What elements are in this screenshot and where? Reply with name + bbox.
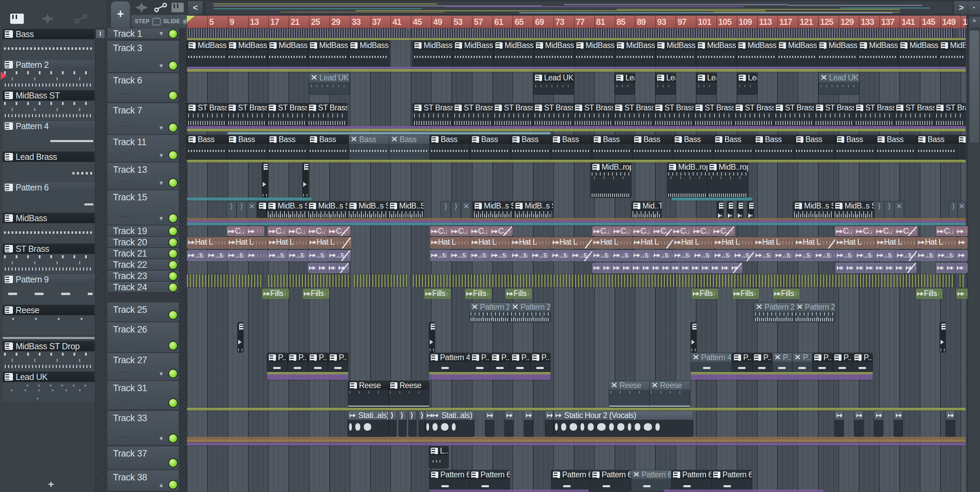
audio-clip[interactable]: ↦..s (693, 250, 716, 261)
audio-clip[interactable]: ↦C.. (835, 226, 858, 236)
audio-clip[interactable]: ↦Fills (302, 289, 329, 299)
muted-mini-clip[interactable]: ✕ (247, 201, 256, 218)
pattern-clip[interactable] (727, 201, 733, 218)
pattern-clip[interactable]: Lead UK (533, 73, 574, 94)
pattern-clip[interactable]: Bass (917, 135, 957, 160)
pattern-clip[interactable]: ST Brass (614, 103, 654, 126)
audio-clip[interactable]: ↦C.. (652, 226, 675, 236)
audio-clip[interactable]: ↦C.. (592, 226, 615, 236)
pattern-clip[interactable]: ST Brass (187, 103, 227, 126)
pattern-clip[interactable]: ST Brass (654, 103, 694, 126)
audio-clip[interactable]: ↦Hat L (308, 237, 352, 249)
pattern-clip[interactable]: Pattern 4 (429, 353, 469, 372)
track-mute-light[interactable] (169, 481, 177, 489)
audio-clip[interactable]: ↦..s (450, 250, 473, 261)
audio-clip[interactable]: ↦..s (896, 250, 918, 261)
automation-strip[interactable] (187, 218, 966, 220)
pattern-clip[interactable]: Bass (511, 135, 551, 160)
pattern-item[interactable]: ST Brass (3, 244, 95, 273)
track-options-dots[interactable]: ··· (121, 367, 133, 377)
audio-clip[interactable]: ↦ (247, 226, 264, 236)
automation-strip[interactable] (187, 129, 966, 131)
pattern-clip[interactable]: Pattern 6 (671, 470, 711, 491)
chevron-down-icon[interactable]: ▼ (158, 152, 164, 159)
pattern-item[interactable]: Lead UK (3, 372, 95, 402)
pattern-clip[interactable]: Pattern 6 (551, 470, 592, 491)
audio-clip[interactable]: ↦..s (652, 250, 675, 261)
automation-strip[interactable] (267, 374, 348, 377)
audio-clip[interactable]: ↦ (524, 411, 533, 436)
audio-clip[interactable]: ↦Hat L (511, 237, 554, 249)
pattern-item-header[interactable]: Pattern 4 (3, 121, 95, 131)
track-mute-light[interactable] (169, 30, 177, 38)
audio-clip[interactable]: ↦C.. (308, 226, 331, 236)
audio-clip[interactable]: ↦ (957, 237, 969, 249)
pattern-clip[interactable]: ST Brass (694, 103, 734, 126)
audio-clip[interactable]: ↦Hat L (714, 237, 757, 249)
audio-clip[interactable]: ↦ (247, 250, 270, 261)
audio-clip[interactable]: ↦Hat L (795, 237, 838, 249)
automation-strip[interactable] (187, 198, 312, 201)
pattern-clip[interactable]: MidBass (696, 41, 737, 67)
pattern-clip[interactable]: ST Brass (453, 103, 493, 126)
pattern-clip[interactable]: Bass (673, 135, 714, 160)
audio-clip[interactable]: ↦..s (794, 250, 817, 261)
add-pattern-button[interactable]: + (44, 480, 58, 489)
automation-strip[interactable] (691, 372, 873, 374)
automation-strip[interactable] (187, 442, 966, 446)
pattern-item[interactable]: Lead Brass (3, 152, 95, 182)
audio-clip[interactable]: ↦C.. (875, 226, 898, 236)
track-options-dots[interactable]: ··· (121, 121, 133, 131)
pattern-item-header[interactable]: Bass (3, 29, 95, 39)
muted-mini-clip[interactable]: ✕ (461, 201, 471, 218)
pattern-clip[interactable]: MidBass (534, 41, 575, 67)
audio-clip[interactable]: ↦..s (835, 250, 858, 261)
track-row[interactable]: Track 23 (108, 270, 183, 281)
track-row[interactable]: Track 1▼ (108, 28, 183, 39)
pattern-clip[interactable]: MidB..s ST (348, 201, 388, 218)
chevron-down-icon[interactable]: ▼ (158, 180, 164, 187)
audio-clip[interactable]: ↦ (894, 411, 903, 436)
chevron-down-icon[interactable]: ▼ (158, 125, 164, 131)
audio-clip[interactable]: ↦..s (571, 250, 594, 261)
pattern-clip[interactable]: P.. (752, 353, 772, 372)
pattern-item-header[interactable]: MidBass ST Drop (3, 341, 95, 351)
audio-clip[interactable]: ↦C.. (672, 226, 695, 236)
pattern-item-header[interactable]: ST Brass (3, 244, 95, 254)
pattern-clip[interactable]: MidBass (227, 41, 268, 67)
pattern-item-header[interactable]: MidBass ST (3, 90, 95, 101)
audio-clip[interactable]: ↦..s (227, 250, 250, 261)
audio-clip[interactable]: ⟩ (389, 411, 396, 436)
audio-clip[interactable]: ↦..s (713, 250, 736, 261)
track-mute-light[interactable] (169, 342, 177, 350)
pattern-clip[interactable]: Lead UK (737, 73, 757, 94)
track-mute-light[interactable] (169, 261, 177, 269)
pattern-clip[interactable]: P.. (511, 353, 530, 372)
track-row[interactable]: Track 27···▼ (108, 353, 183, 380)
pattern-clip[interactable]: ✕Lead UK (309, 73, 350, 94)
automation-strip[interactable] (187, 126, 966, 129)
pattern-clip[interactable]: P.. (470, 353, 490, 372)
audio-clip[interactable]: ↦..s (856, 250, 878, 261)
pattern-clip[interactable]: Pattern 6 (591, 470, 631, 491)
automation-strip[interactable] (267, 372, 348, 374)
pattern-clip[interactable]: Bass (187, 135, 227, 160)
chevron-up-icon[interactable]: ▲ (158, 482, 164, 489)
audio-clip[interactable]: ↦..s (328, 250, 351, 261)
audio-clip[interactable]: ↦..s (814, 250, 837, 261)
audio-clip[interactable]: ↦Hat L (754, 237, 797, 249)
pattern-clip[interactable]: Bass (754, 135, 795, 160)
pattern-clip[interactable]: MidBass (818, 41, 858, 67)
pattern-clip[interactable]: P.. (288, 353, 308, 372)
pattern-clip[interactable]: ST Brass (573, 103, 614, 126)
pattern-clip[interactable]: Bass (714, 135, 754, 160)
audio-clip[interactable]: ↦..s (207, 250, 230, 261)
pattern-clip[interactable]: MidBass (656, 41, 696, 67)
track-mute-light[interactable] (169, 250, 177, 257)
pattern-clip[interactable]: ST Brass (533, 103, 573, 126)
audio-clip[interactable]: ↦..s (470, 250, 493, 261)
audio-clip[interactable]: ↦..s (187, 250, 210, 261)
pattern-clip[interactable]: Pattern 6 (469, 470, 510, 491)
pattern-clip[interactable]: P.. (833, 353, 853, 372)
pattern-clip[interactable]: Bass (268, 135, 308, 160)
